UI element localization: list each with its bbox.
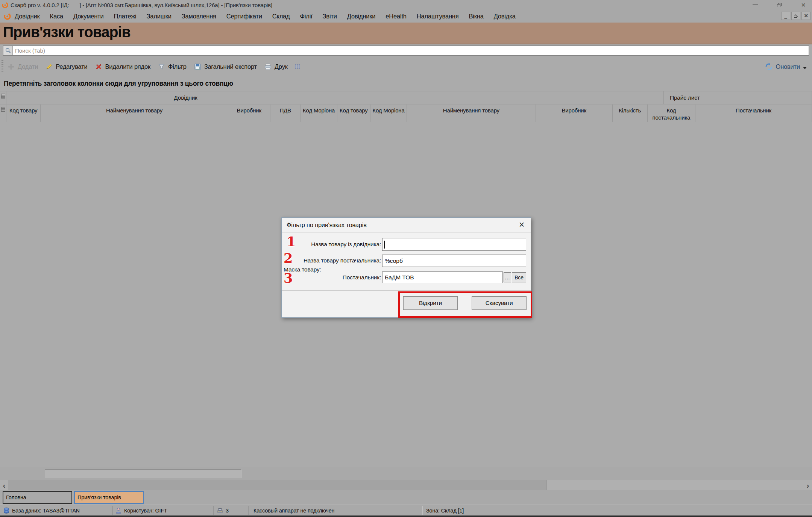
export-label: Загальний експорт <box>204 63 257 70</box>
menu-dokumenty[interactable]: Документи <box>73 13 104 20</box>
status-separator <box>213 506 214 515</box>
column-kod-tovaru-2[interactable]: Код товару <box>337 105 371 122</box>
status-zone-label: Зона: Склад [1] <box>426 508 464 514</box>
delete-x-icon <box>95 63 103 71</box>
bottom-tabs: Головна Прив'язки товарів <box>0 490 812 505</box>
menu-platezhi[interactable]: Платежі <box>114 13 137 20</box>
column-postachalnyk[interactable]: Постачальник <box>695 105 812 122</box>
group-by-hint: Перетягніть заголовок колонки сюди для у… <box>4 76 756 91</box>
export-button[interactable]: Загальний експорт <box>194 63 257 71</box>
input-supplier[interactable] <box>382 271 503 283</box>
filter-label: Фільтр <box>168 63 187 70</box>
status-cash-count-label: 3 <box>226 508 229 514</box>
cash-register-icon <box>217 507 223 514</box>
filter-button[interactable]: Фільтр <box>158 63 187 71</box>
supplier-browse-button[interactable]: … <box>504 272 511 282</box>
group-header-empty <box>365 91 664 104</box>
search-input[interactable] <box>13 46 809 55</box>
menu-dovidnyky[interactable]: Довідники <box>347 13 376 20</box>
window-title: Скарб pro v. 4.0.0.2 [ІД: ] - [Апт №003 … <box>11 2 272 8</box>
print-button[interactable]: Друк <box>264 63 288 71</box>
add-button[interactable]: Додати <box>7 63 38 71</box>
status-separator <box>248 506 249 515</box>
supplier-all-button[interactable]: Все <box>512 272 526 282</box>
label-name-directory: Назва товару із довідника: <box>297 241 381 248</box>
toolbar-grip[interactable] <box>2 60 3 73</box>
group-header-price-list[interactable]: Прайс лист <box>664 91 812 104</box>
printer-icon <box>264 63 272 71</box>
pencil-icon <box>45 63 53 71</box>
column-vyrobnyk-2[interactable]: Виробник <box>536 105 613 122</box>
scroll-left-icon[interactable]: ‹ <box>0 480 8 490</box>
minimize-icon[interactable] <box>750 1 760 9</box>
dialog-separator <box>282 290 531 291</box>
menu-filii[interactable]: Філії <box>300 13 313 20</box>
page-title: Прив'язки товарів <box>3 23 131 41</box>
tab-pryviazky-tovariv[interactable]: Прив'язки товарів <box>74 491 144 504</box>
column-kilkist[interactable]: Кількість <box>613 105 648 122</box>
column-naimenuvannia-tovaru-2[interactable]: Найменування товару <box>407 105 536 122</box>
menu-zvity[interactable]: Звіти <box>323 13 337 20</box>
menu-logo-icon <box>4 13 11 20</box>
panel-divider <box>8 468 8 479</box>
input-name-directory[interactable] <box>382 238 526 251</box>
scrollbar-thumb[interactable] <box>8 480 547 490</box>
delete-row-button[interactable]: Видалити рядок <box>95 63 150 71</box>
status-separator <box>112 506 113 515</box>
menu-sklad[interactable]: Склад <box>272 13 290 20</box>
search-icon <box>3 46 13 55</box>
menu-kasa[interactable]: Каса <box>50 13 63 20</box>
status-user: Користувач: GIFT <box>115 505 167 516</box>
column-pdv[interactable]: ПДВ <box>270 105 301 122</box>
mdi-restore-icon[interactable] <box>791 12 800 20</box>
menu-dovidka[interactable]: Довідка <box>494 13 516 20</box>
tab-holovna[interactable]: Головна <box>3 491 72 504</box>
scroll-right-icon[interactable]: › <box>804 480 812 490</box>
horizontal-scrollbar[interactable]: ‹ › <box>0 480 812 490</box>
window-bottom-edge <box>0 515 812 517</box>
status-separator <box>422 506 422 515</box>
menu-vikna[interactable]: Вікна <box>469 13 483 20</box>
search-box <box>3 45 809 56</box>
page-header-band: Прив'язки товарів <box>0 23 812 44</box>
menu-dovidnyk[interactable]: Довідник <box>15 13 40 20</box>
mdi-minimize-icon[interactable]: _ <box>781 12 790 20</box>
search-row <box>0 44 812 57</box>
refresh-icon <box>765 63 773 71</box>
label-name-supplier: Назва товару постачальника: <box>297 257 381 264</box>
annotation-number-2: 2 <box>284 250 293 266</box>
restore-icon[interactable] <box>774 1 784 9</box>
refresh-button[interactable]: Оновити <box>765 57 807 76</box>
filter-dialog: Фільтр по прив'язках товарів × Назва тов… <box>281 217 531 318</box>
delete-row-label: Видалити рядок <box>105 63 150 70</box>
label-supplier: Постачальник: <box>297 274 381 281</box>
column-kod-tovaru[interactable]: Код товару <box>6 105 41 122</box>
text-caret <box>384 241 385 249</box>
title-bar: Скарб pro v. 4.0.0.2 [ІД: ] - [Апт №003 … <box>0 0 812 10</box>
group-header-dovidnyk[interactable]: Довідник <box>6 91 365 104</box>
close-icon[interactable]: × <box>798 1 808 9</box>
menu-items: Довідник Каса Документи Платежі Залишки … <box>15 13 516 20</box>
mdi-close-icon[interactable]: × <box>801 12 810 20</box>
column-kod-moriona[interactable]: Код Моріона <box>301 105 337 122</box>
column-vyrobnyk[interactable]: Виробник <box>228 105 270 122</box>
dialog-close-icon[interactable]: × <box>516 219 527 230</box>
menu-nalashtuvannia[interactable]: Налаштування <box>417 13 459 20</box>
inset-panel <box>45 469 241 478</box>
menu-zamovlennia[interactable]: Замовлення <box>182 13 216 20</box>
column-naimenuvannia-tovaru[interactable]: Найменування товару <box>41 105 228 122</box>
dialog-title-bar[interactable]: Фільтр по прив'язках товарів × <box>282 218 531 233</box>
plus-icon <box>7 63 15 71</box>
menu-ehealth[interactable]: eHealth <box>386 13 406 20</box>
menu-sertyfikaty[interactable]: Сертифікати <box>226 13 262 20</box>
column-kod-moriona-2[interactable]: Код Моріона <box>370 105 407 122</box>
input-name-supplier[interactable] <box>382 255 526 267</box>
menu-zalyshky[interactable]: Залишки <box>147 13 172 20</box>
edit-button[interactable]: Редагувати <box>45 63 87 71</box>
bottom-panel <box>0 467 812 480</box>
export-floppy-icon <box>194 63 202 71</box>
columns-icon[interactable] <box>293 63 301 71</box>
column-kod-postachalnyka[interactable]: Код постачальника <box>648 105 695 122</box>
refresh-dropdown-icon[interactable] <box>803 67 807 69</box>
status-database: База даних: TASA3@TITAN <box>3 505 80 516</box>
